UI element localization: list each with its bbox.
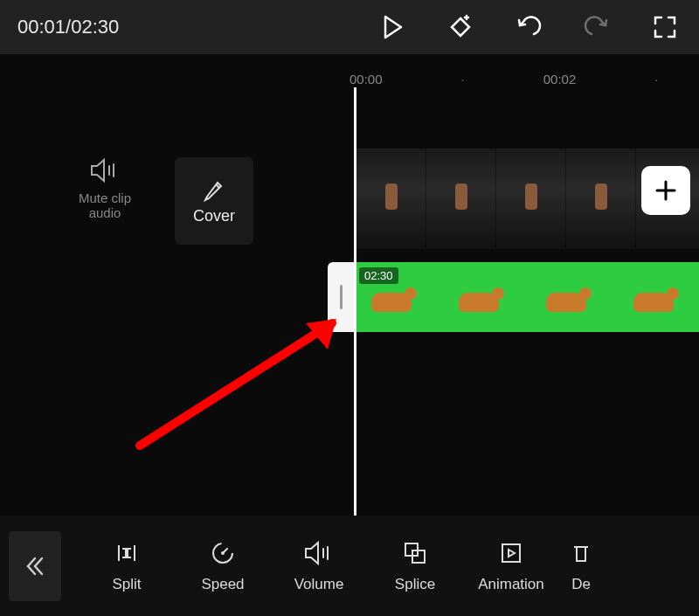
- speaker-icon: [90, 157, 120, 183]
- tool-label: Speed: [201, 576, 244, 593]
- expand-icon: [651, 13, 679, 41]
- tool-label: Animation: [478, 576, 544, 593]
- clip-thumbnail: [354, 275, 441, 319]
- ruler-dot: ·: [461, 72, 465, 87]
- keyframe-add-icon: [446, 13, 474, 41]
- ruler-dot: ·: [654, 72, 658, 87]
- top-bar: 00:01/02:30: [0, 0, 699, 54]
- clip-thumbnail: [529, 275, 616, 319]
- redo-button[interactable]: [580, 10, 613, 44]
- video-frame: [496, 149, 566, 249]
- ruler-tick: 00:00: [350, 72, 383, 87]
- play-icon: [378, 13, 406, 41]
- speed-icon: [210, 540, 236, 566]
- mute-clip-audio-button[interactable]: Mute clipaudio: [70, 157, 140, 220]
- svg-rect-4: [502, 544, 520, 562]
- play-button[interactable]: [376, 10, 409, 44]
- fullscreen-button[interactable]: [648, 10, 682, 44]
- undo-button[interactable]: [512, 10, 545, 44]
- video-frame: [356, 149, 426, 249]
- animation-tool[interactable]: Animation: [463, 539, 559, 593]
- split-tool[interactable]: Split: [79, 539, 175, 593]
- volume-icon: [304, 540, 334, 566]
- tool-label: Split: [112, 576, 141, 593]
- video-frame: [566, 149, 636, 249]
- bottom-toolbar: Split Speed Volume Splice Animation De: [0, 516, 699, 616]
- clip-thumbnail: [441, 275, 529, 319]
- annotation-arrow: [131, 306, 358, 454]
- tool-label: Splice: [395, 576, 435, 593]
- playback-controls: [376, 10, 682, 44]
- overlay-track[interactable]: 02:30: [328, 262, 699, 332]
- clip-thumbnail: [616, 275, 699, 319]
- timeline-editor: Mute clipaudio Cover 02:30: [0, 96, 699, 516]
- keyframe-button[interactable]: [444, 10, 477, 44]
- time-display: 00:01/02:30: [17, 16, 376, 38]
- chevron-left-double-icon: [24, 555, 46, 578]
- delete-tool[interactable]: De: [559, 539, 603, 593]
- clip-handle-left[interactable]: [328, 262, 354, 332]
- redo-icon: [583, 13, 611, 41]
- edit-icon: [202, 177, 226, 202]
- animation-icon: [498, 540, 524, 566]
- video-frame: [426, 149, 496, 249]
- cover-button[interactable]: Cover: [175, 157, 253, 245]
- timeline-ruler[interactable]: 00:00 · 00:02 ·: [0, 61, 699, 96]
- trash-icon: [572, 540, 590, 566]
- add-clip-button[interactable]: [641, 166, 690, 215]
- tool-label: Volume: [294, 576, 344, 593]
- mute-label: Mute clipaudio: [70, 190, 140, 220]
- splice-icon: [402, 540, 428, 566]
- green-screen-clip[interactable]: 02:30: [354, 262, 699, 332]
- svg-point-1: [221, 551, 225, 555]
- tool-label: De: [571, 576, 591, 593]
- ruler-tick: 00:02: [543, 72, 577, 87]
- back-button[interactable]: [9, 531, 61, 601]
- volume-tool[interactable]: Volume: [271, 539, 367, 593]
- undo-icon: [515, 13, 543, 41]
- split-icon: [114, 540, 140, 566]
- cover-label: Cover: [193, 207, 235, 225]
- splice-tool[interactable]: Splice: [367, 539, 463, 593]
- playhead[interactable]: [354, 87, 356, 516]
- speed-tool[interactable]: Speed: [175, 539, 271, 593]
- plus-icon: [653, 177, 679, 204]
